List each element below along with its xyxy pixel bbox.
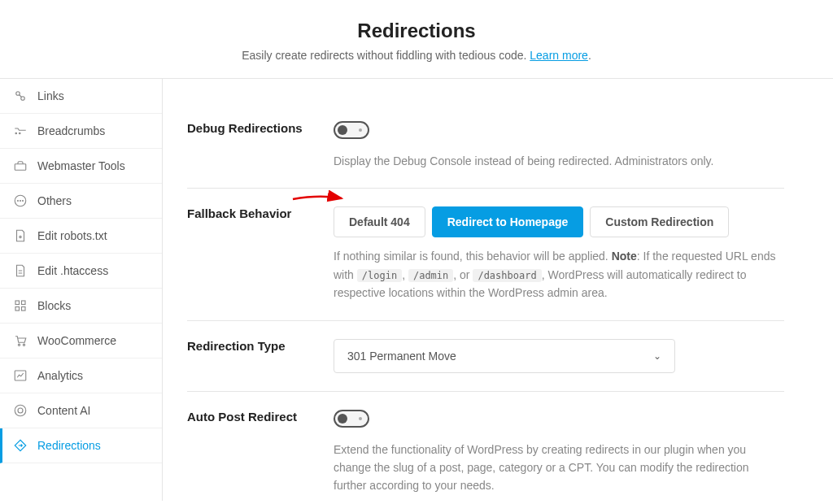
links-icon [13, 89, 28, 103]
svg-rect-4 [15, 164, 26, 171]
chevron-down-icon: ⌄ [653, 350, 661, 362]
svg-rect-12 [15, 307, 20, 311]
sidebar-item-robots[interactable]: Edit robots.txt [0, 219, 162, 254]
sidebar-item-content-ai[interactable]: Content AI [0, 393, 162, 428]
sidebar-item-links[interactable]: Links [0, 79, 162, 114]
redirect-icon [13, 438, 28, 453]
page-title: Redirections [0, 20, 833, 42]
svg-point-7 [20, 201, 21, 202]
svg-point-3 [20, 133, 21, 134]
svg-point-6 [18, 201, 19, 202]
svg-point-17 [15, 405, 26, 416]
svg-point-8 [23, 201, 24, 202]
svg-point-9 [20, 236, 21, 237]
sidebar-item-redirections[interactable]: Redirections [0, 428, 162, 463]
sidebar: Links Breadcrumbs Webmaster Tools Others… [0, 79, 163, 501]
redirection-type-label: Redirection Type [187, 339, 334, 373]
fallback-default-404-button[interactable]: Default 404 [334, 206, 425, 237]
debug-redirections-desc: Display the Debug Console instead of bei… [334, 152, 784, 170]
svg-point-14 [18, 344, 20, 345]
file-icon [13, 263, 28, 278]
fallback-custom-redirection-button[interactable]: Custom Redirection [590, 206, 729, 237]
sidebar-item-webmaster-tools[interactable]: Webmaster Tools [0, 149, 162, 184]
fallback-behavior-desc: If nothing similar is found, this behavi… [334, 247, 784, 302]
svg-rect-11 [22, 301, 26, 305]
ellipsis-icon [13, 193, 28, 208]
toolbox-icon [13, 159, 28, 173]
sidebar-item-analytics[interactable]: Analytics [0, 358, 162, 393]
debug-redirections-toggle[interactable] [334, 121, 369, 139]
file-robot-icon [13, 228, 28, 243]
svg-point-18 [18, 408, 23, 413]
fallback-behavior-label: Fallback Behavior [187, 206, 334, 302]
sidebar-item-blocks[interactable]: Blocks [0, 289, 162, 324]
page-subtitle: Easily create redirects without fiddling… [0, 49, 833, 62]
auto-post-redirect-desc: Extend the functionality of WordPress by… [334, 441, 784, 495]
analytics-icon [13, 368, 28, 383]
sidebar-item-breadcrumbs[interactable]: Breadcrumbs [0, 114, 162, 149]
fallback-behavior-group: Default 404 Redirect to Homepage Custom … [334, 206, 784, 237]
sidebar-item-htaccess[interactable]: Edit .htaccess [0, 254, 162, 289]
learn-more-link[interactable]: Learn more [530, 49, 588, 62]
sidebar-item-others[interactable]: Others [0, 184, 162, 219]
blocks-icon [13, 298, 28, 313]
debug-redirections-label: Debug Redirections [187, 121, 334, 170]
ai-icon [13, 403, 28, 418]
svg-point-2 [15, 133, 17, 134]
redirection-type-select[interactable]: 301 Permanent Move ⌄ [334, 339, 675, 373]
auto-post-redirect-toggle[interactable] [334, 410, 369, 428]
fallback-redirect-homepage-button[interactable]: Redirect to Homepage [432, 206, 584, 237]
svg-rect-13 [22, 307, 26, 311]
cart-icon [13, 333, 28, 348]
sidebar-item-woocommerce[interactable]: WooCommerce [0, 324, 162, 358]
svg-rect-10 [15, 301, 20, 305]
breadcrumbs-icon [13, 124, 28, 138]
settings-panel: Debug Redirections Display the Debug Con… [163, 79, 833, 501]
auto-post-redirect-label: Auto Post Redirect [187, 410, 334, 495]
svg-point-15 [23, 344, 24, 345]
